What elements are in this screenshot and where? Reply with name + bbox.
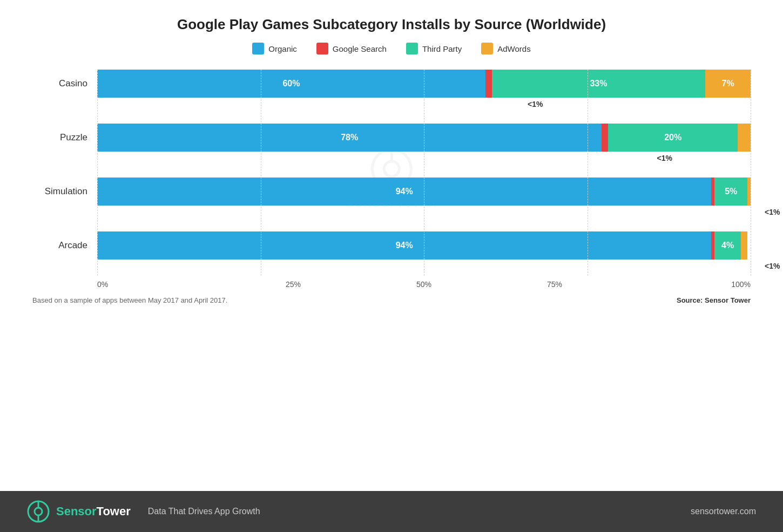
bar-segment-third-party: 33% [492, 70, 705, 98]
bar-segment-organic: 94% [97, 231, 711, 260]
xaxis-label: 100% [620, 280, 751, 289]
bar-track-simulation: 94%5% [97, 178, 751, 206]
bar-track-puzzle: 78%20% [97, 124, 751, 152]
footer-brand: SensorTower Data That Drives App Growth [27, 500, 260, 523]
svg-point-5 [35, 508, 42, 515]
legend: Organic Google Search Third Party AdWord… [32, 43, 751, 54]
xaxis-label: 25% [228, 280, 359, 289]
below-label: <1% [765, 262, 780, 270]
below-label: <1% [765, 208, 780, 216]
footer-brand-name: SensorTower [56, 504, 131, 519]
legend-item-google-search: Google Search [316, 43, 387, 54]
below-bar-simulation: <1%<1% [32, 206, 751, 222]
bar-segment-adwords [738, 124, 751, 152]
footer-url: sensortower.com [691, 507, 756, 516]
bar-segment-third-party: 5% [714, 178, 747, 206]
footnotes: Based on a sample of apps between May 20… [32, 296, 751, 304]
row-label-puzzle: Puzzle [32, 132, 97, 143]
chart-row-casino: Casino60%33%7%<1% [32, 70, 751, 114]
below-bar-casino: <1% [32, 98, 751, 114]
bar-segment-organic: 94% [97, 178, 711, 206]
legend-item-third-party: Third Party [406, 43, 462, 54]
legend-item-adwords: AdWords [481, 43, 530, 54]
chart-row-simulation: Simulation94%5%<1%<1% [32, 178, 751, 222]
below-label: <1% [657, 154, 672, 162]
bar-segment-google-search [485, 70, 492, 98]
bar-segment-adwords: 7% [705, 70, 751, 98]
below-bar-puzzle: <1%2% [32, 152, 751, 168]
legend-swatch-adwords [481, 43, 493, 54]
xaxis-label: 0% [97, 280, 228, 289]
row-label-simulation: Simulation [32, 186, 97, 197]
legend-swatch-organic [252, 43, 264, 54]
row-label-casino: Casino [32, 78, 97, 89]
bar-segment-organic: 60% [97, 70, 485, 98]
brand-plain: Tower [97, 504, 131, 518]
footnote-right: Source: Sensor Tower [677, 296, 751, 304]
bar-segment-organic: 78% [97, 124, 602, 152]
legend-swatch-third-party [406, 43, 418, 54]
bar-segment-google-search [602, 124, 608, 152]
legend-label-third-party: Third Party [422, 44, 462, 53]
xaxis-label: 50% [359, 280, 489, 289]
legend-swatch-google-search [316, 43, 328, 54]
xaxis-label: 75% [489, 280, 620, 289]
bar-segment-third-party: 4% [714, 231, 740, 260]
grid-line [751, 70, 751, 276]
legend-item-organic: Organic [252, 43, 297, 54]
footnote-left: Based on a sample of apps between May 20… [32, 296, 227, 304]
bar-segment-adwords [747, 178, 751, 206]
bar-segment-adwords [741, 231, 747, 260]
chart-container: Google Play Games Subcategory Installs b… [0, 0, 783, 491]
chart-row-puzzle: Puzzle78%20%<1%2% [32, 124, 751, 168]
below-bar-arcade: <1%1% [32, 260, 751, 276]
legend-label-adwords: AdWords [497, 44, 530, 53]
bar-segment-third-party: 20% [608, 124, 738, 152]
bar-track-arcade: 94%4% [97, 231, 751, 260]
below-label: <1% [528, 100, 543, 108]
brand-colored: Sensor [56, 504, 97, 518]
chart-title: Google Play Games Subcategory Installs b… [32, 16, 751, 33]
x-axis: 0%25%50%75%100% [32, 280, 751, 289]
footer-logo-icon [27, 500, 50, 523]
footer-bar: SensorTower Data That Drives App Growth … [0, 491, 783, 532]
chart-area: SensorTower Casino60%33%7%<1%Puzzle78%20… [32, 70, 751, 289]
footer-tagline: Data That Drives App Growth [148, 507, 260, 516]
chart-row-arcade: Arcade94%4%<1%1% [32, 231, 751, 276]
row-label-arcade: Arcade [32, 240, 97, 251]
legend-label-google-search: Google Search [333, 44, 387, 53]
bar-track-casino: 60%33%7% [97, 70, 751, 98]
legend-label-organic: Organic [268, 44, 297, 53]
